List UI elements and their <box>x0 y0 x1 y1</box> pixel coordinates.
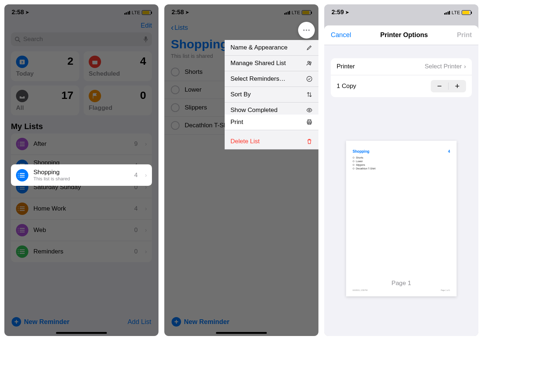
menu-label: Print <box>230 119 243 126</box>
list-title: Web <box>33 227 46 234</box>
checkbox[interactable] <box>171 85 180 94</box>
svg-point-9 <box>307 76 312 81</box>
plus-circle-icon: + <box>172 317 181 327</box>
search-icon <box>15 36 20 42</box>
carrier-label: LTE <box>451 10 460 15</box>
list-title: Home Work <box>33 205 66 212</box>
location-icon: ➤ <box>345 10 349 15</box>
svg-point-8 <box>310 62 311 63</box>
chevron-left-icon: ‹ <box>171 23 174 33</box>
reminder-title: Lower <box>185 86 201 93</box>
copies-row: 1 Copy − + <box>331 75 472 97</box>
new-reminder-label: New Reminder <box>184 318 229 326</box>
chevron-right-icon: › <box>145 248 147 255</box>
card-count: 4 <box>140 55 146 67</box>
phone-printer-options: 2:59 ➤ LTE Cancel Printer Options Print … <box>324 4 478 336</box>
new-reminder-button[interactable]: + New Reminder <box>12 317 69 327</box>
reminder-title: Shorts <box>185 68 202 76</box>
pencil-icon <box>306 44 313 51</box>
card-label: Scheduled <box>89 70 147 77</box>
svg-text:3: 3 <box>21 60 23 64</box>
card-all[interactable]: 17 All <box>11 85 79 115</box>
menu-label: Sort By <box>230 91 251 98</box>
card-count: 2 <box>67 55 73 67</box>
sheet-title: Printer Options <box>380 31 428 39</box>
menu-select-reminders[interactable]: Select Reminders… <box>225 71 318 87</box>
preview-item: Decathlon T-Shirt <box>356 167 376 170</box>
battery-icon <box>302 10 311 15</box>
increment-button[interactable]: + <box>449 80 466 92</box>
list-row-homework[interactable]: Home Work 4 › <box>11 198 152 220</box>
phone-reminders-home: 2:58 ➤ LTE Edit Search 3 <box>4 4 158 336</box>
add-list-button[interactable]: Add List <box>128 318 151 326</box>
page-number-label: Page 1 <box>392 280 411 287</box>
checkmark-circle-icon <box>306 76 313 82</box>
menu-name-appearance[interactable]: Name & Appearance <box>225 40 318 56</box>
signal-icon <box>284 10 290 15</box>
copies-stepper: − + <box>431 80 466 92</box>
print-button[interactable]: Print <box>457 31 472 39</box>
list-icon <box>16 203 28 215</box>
new-reminder-button[interactable]: + New Reminder <box>172 317 229 327</box>
list-row-web[interactable]: Web 0 › <box>11 220 152 241</box>
carrier-label: LTE <box>132 10 140 15</box>
preview-item: Lower <box>356 160 363 163</box>
calendar-icon: 3 <box>16 56 28 68</box>
print-preview-page[interactable]: Shopping 4 Shorts Lower Slippers Decathl… <box>346 141 457 296</box>
cancel-button[interactable]: Cancel <box>331 31 351 39</box>
decrement-button[interactable]: − <box>431 80 448 92</box>
card-today[interactable]: 3 2 Today <box>11 51 79 81</box>
back-button[interactable]: ‹ Lists <box>171 23 188 33</box>
list-row-after[interactable]: After 9 › <box>11 133 152 155</box>
carrier-label: LTE <box>292 10 300 15</box>
chevron-right-icon: › <box>145 141 147 147</box>
list-row-reminders[interactable]: Reminders 0 › <box>11 241 152 262</box>
card-flagged[interactable]: 0 Flagged <box>84 85 152 115</box>
menu-delete-list[interactable]: Delete List <box>225 134 318 149</box>
copies-label: 1 Copy <box>337 83 356 90</box>
menu-manage-shared[interactable]: Manage Shared List <box>225 56 318 71</box>
list-count: 9 <box>134 140 137 148</box>
preview-footer-left: 6/2/2021, 2:58 PM <box>353 289 368 291</box>
chevron-right-icon: › <box>464 63 466 70</box>
select-printer-row[interactable]: Printer Select Printer › <box>331 58 472 75</box>
svg-line-1 <box>19 40 20 42</box>
edit-button[interactable]: Edit <box>141 22 152 29</box>
checkbox[interactable] <box>171 68 180 76</box>
context-menu: Name & Appearance Manage Shared List Sel… <box>225 40 318 149</box>
list-icon <box>16 138 28 150</box>
checkbox[interactable] <box>171 103 180 112</box>
preview-footer-right: Page 1 of 1 <box>441 289 450 291</box>
card-label: All <box>16 104 74 112</box>
back-label: Lists <box>174 24 188 32</box>
signal-icon <box>124 10 131 15</box>
status-bar: 2:59 ➤ LTE <box>324 4 478 20</box>
list-count: 0 <box>134 227 137 234</box>
search-placeholder: Search <box>23 36 43 43</box>
mic-icon[interactable] <box>143 36 148 43</box>
card-count: 17 <box>61 89 73 101</box>
menu-sort-by[interactable]: Sort By <box>225 87 318 103</box>
list-row-shopping-highlighted[interactable]: Shopping This list is shared 4 › <box>11 164 152 186</box>
menu-print[interactable]: Print <box>225 115 318 130</box>
printer-value: Select Printer <box>425 63 462 70</box>
card-label: Flagged <box>89 104 147 112</box>
checkbox[interactable] <box>171 121 180 130</box>
card-scheduled[interactable]: 4 Scheduled <box>84 51 152 81</box>
preview-item: Shorts <box>356 156 363 159</box>
mylists-header: My Lists <box>4 115 158 133</box>
chevron-right-icon: › <box>145 205 147 212</box>
status-bar: 2:58 ➤ LTE <box>4 4 158 20</box>
sort-icon <box>306 91 313 98</box>
list-count: 0 <box>134 248 137 255</box>
svg-rect-6 <box>92 60 97 61</box>
more-button[interactable] <box>298 22 315 39</box>
preview-count: 4 <box>448 149 450 153</box>
menu-label: Select Reminders… <box>230 75 285 83</box>
home-indicator[interactable] <box>56 332 107 334</box>
list-icon <box>16 169 28 181</box>
home-indicator[interactable] <box>216 332 267 334</box>
list-title: Shopping <box>33 169 70 176</box>
search-input[interactable]: Search <box>11 32 152 46</box>
plus-circle-icon: + <box>12 317 21 327</box>
